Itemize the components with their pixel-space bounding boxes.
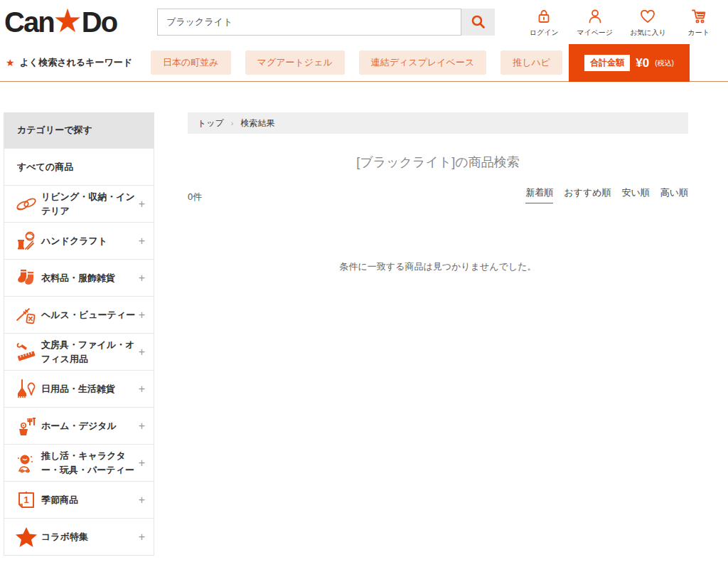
cart-button[interactable]: カート (683, 7, 714, 38)
page-title: [ブラックライト]の商品検索 (188, 154, 688, 171)
sidebar-item-label: 日用品・生活雑貨 (41, 382, 136, 396)
category-sidebar: カテゴリーで探す すべての商品 リビング・収納・インテリア + (4, 112, 154, 556)
star-icon (11, 526, 41, 549)
expand-plus-icon[interactable]: + (136, 420, 145, 433)
expand-plus-icon[interactable]: + (136, 494, 145, 507)
login-button[interactable]: ログイン (528, 7, 560, 38)
character-icon (11, 452, 41, 474)
heart-icon (638, 7, 657, 26)
expand-plus-icon[interactable]: + (136, 272, 145, 285)
sidebar-item-label: 推し活・キャラクター・玩具・パーティー (41, 449, 136, 477)
keyword-tag-1[interactable]: 日本の町並み (151, 51, 231, 75)
keyword-star-icon: ★ (6, 57, 15, 68)
login-label: ログイン (530, 28, 559, 38)
search-results-main: トップ › 検索結果 [ブラックライト]の商品検索 0件 新着順 おすすめ順 安… (188, 112, 688, 556)
cart-total-amount: ¥0 (636, 56, 649, 70)
sidebar-item-label: 季節商品 (41, 493, 136, 507)
result-count: 0件 (188, 191, 202, 203)
sidebar-item-living[interactable]: リビング・収納・インテリア + (4, 185, 154, 222)
keyword-caption-label: よく検索されるキーワード (20, 56, 132, 69)
logo-star-icon: ★ (53, 4, 82, 37)
result-toolbar: 0件 新着順 おすすめ順 安い順 高い順 (188, 186, 688, 203)
keyword-tag-3[interactable]: 連結ディスプレイベース (359, 51, 486, 75)
sidebar-item-oshi-character[interactable]: 推し活・キャラクター・玩具・パーティー + (4, 444, 154, 481)
breadcrumb-current: 検索結果 (241, 117, 275, 129)
expand-plus-icon[interactable]: + (136, 235, 145, 248)
cart-icon (690, 7, 708, 26)
cart-total-box[interactable]: 合計金額 ¥0 (税込) (569, 44, 690, 82)
sidebar-item-collab[interactable]: コラボ特集 + (4, 518, 154, 555)
keyword-tag-4[interactable]: 推しハピ (500, 51, 562, 75)
sidebar-item-clothing[interactable]: 衣料品・服飾雑貨 + (4, 259, 154, 296)
sidebar-item-seasonal[interactable]: 1 季節商品 + (4, 481, 154, 518)
sidebar-item-stationery[interactable]: 文房具・ファイル・オフィス用品 + (4, 333, 154, 370)
logo-text-do: Do (82, 8, 117, 36)
sidebar-item-label: コラボ特集 (41, 530, 136, 544)
breadcrumb: トップ › 検索結果 (188, 112, 688, 134)
sidebar-item-all-products[interactable]: すべての商品 (4, 148, 154, 185)
sort-price-high[interactable]: 高い順 (660, 186, 688, 203)
content-area: カテゴリーで探す すべての商品 リビング・収納・インテリア + (0, 112, 728, 556)
svg-text:1: 1 (23, 494, 28, 505)
cart-label: カート (688, 28, 710, 38)
search-box (157, 9, 495, 36)
expand-plus-icon[interactable]: + (136, 198, 145, 211)
sidebar-item-label: ホーム・デジタル (41, 419, 136, 433)
empty-results-message: 条件に一致する商品は見つかりませんでした。 (188, 260, 688, 273)
broom-icon (11, 378, 41, 400)
keyword-caption: ★ よく検索されるキーワード (6, 56, 132, 69)
expand-plus-icon[interactable]: + (136, 531, 145, 544)
lock-icon (535, 7, 553, 26)
beauty-icon (11, 304, 41, 326)
favorites-label: お気に入り (630, 28, 666, 38)
sidebar-item-daily-goods[interactable]: 日用品・生活雑貨 + (4, 370, 154, 407)
home-icon (11, 415, 41, 437)
sidebar-item-label: ヘルス・ビューティー (41, 308, 136, 322)
keyword-bar: ★ よく検索されるキーワード 日本の町並み マグアートジェル 連結ディスプレイベ… (0, 44, 728, 82)
magnifier-icon (470, 14, 487, 31)
sidebar-item-label: すべての商品 (17, 160, 145, 174)
sort-newest[interactable]: 新着順 (525, 186, 553, 203)
expand-plus-icon[interactable]: + (136, 457, 145, 470)
sidebar-item-label: 文房具・ファイル・オフィス用品 (41, 338, 136, 366)
cart-total-label: 合計金額 (584, 55, 630, 71)
sort-price-low[interactable]: 安い順 (621, 186, 649, 203)
breadcrumb-home-link[interactable]: トップ (198, 117, 224, 129)
expand-plus-icon[interactable]: + (136, 309, 145, 322)
sidebar-item-beauty[interactable]: ヘルス・ビューティー + (4, 296, 154, 333)
breadcrumb-separator-icon: › (231, 119, 234, 127)
search-input[interactable] (157, 9, 461, 36)
expand-plus-icon[interactable]: + (136, 346, 145, 359)
slippers-icon (11, 194, 41, 215)
sidebar-item-label: ハンドクラフト (41, 234, 136, 248)
cando-search-page: Can★Do ログイン (0, 0, 728, 567)
favorites-button[interactable]: お気に入り (630, 7, 666, 38)
sidebar-item-label: リビング・収納・インテリア (41, 190, 136, 218)
sidebar-item-home-digital[interactable]: ホーム・デジタル + (4, 407, 154, 444)
keyword-tag-2[interactable]: マグアートジェル (245, 51, 345, 75)
expand-plus-icon[interactable]: + (136, 383, 145, 396)
socks-icon (11, 267, 41, 289)
sort-recommended[interactable]: おすすめ順 (564, 186, 611, 203)
sidebar-item-label: 衣料品・服飾雑貨 (41, 271, 136, 285)
stationery-icon (11, 341, 41, 363)
handcraft-icon (11, 230, 41, 252)
sort-options: 新着順 おすすめ順 安い順 高い順 (525, 186, 688, 203)
site-header: Can★Do ログイン (0, 0, 728, 44)
user-nav: ログイン マイページ お気に入り (528, 7, 714, 38)
logo-text-can: Can (4, 8, 54, 36)
sidebar-title: カテゴリーで探す (4, 112, 154, 148)
site-logo[interactable]: Can★Do (4, 4, 117, 40)
cart-total-tax-note: (税込) (655, 58, 674, 68)
calendar-icon: 1 (11, 489, 41, 511)
search-button[interactable] (461, 9, 495, 36)
user-icon (586, 7, 604, 26)
mypage-label: マイページ (577, 28, 613, 38)
mypage-button[interactable]: マイページ (577, 7, 613, 38)
sidebar-item-handcraft[interactable]: ハンドクラフト + (4, 222, 154, 259)
